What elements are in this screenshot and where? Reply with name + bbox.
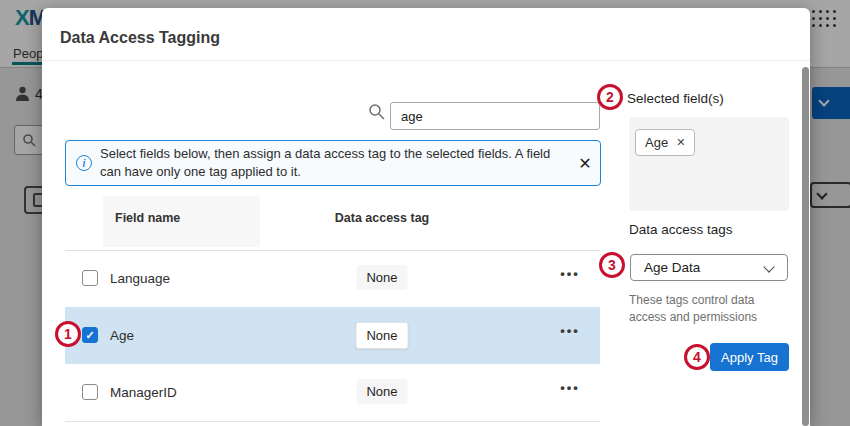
- row-checkbox-checked[interactable]: ✓: [82, 327, 98, 343]
- tags-help-text: These tags control data access and permi…: [629, 292, 791, 326]
- selected-field-chip: Age ✕: [635, 129, 695, 156]
- row-checkbox[interactable]: [82, 384, 98, 400]
- dialog-title: Data Access Tagging: [60, 29, 220, 47]
- row-checkbox[interactable]: [82, 270, 98, 286]
- annotation-step-2: 2: [597, 84, 623, 110]
- remove-chip-icon[interactable]: ✕: [676, 136, 685, 149]
- info-icon: i: [76, 155, 92, 171]
- row-menu-icon[interactable]: •••: [560, 266, 580, 281]
- info-banner-text: Select fields below, then assign a data …: [100, 145, 570, 180]
- data-access-tags-label: Data access tags: [629, 222, 733, 237]
- annotation-step-1: 1: [55, 321, 81, 347]
- chevron-down-icon: [763, 261, 774, 272]
- dialog-header: Data Access Tagging: [42, 8, 810, 61]
- search-icon: [368, 103, 385, 120]
- dialog-body: age i Select fields below, then assign a…: [42, 61, 810, 426]
- selected-fields-box: Age ✕: [629, 117, 789, 211]
- modal-scrollbar[interactable]: [802, 67, 809, 426]
- data-access-tag-select[interactable]: Age Data: [630, 254, 788, 281]
- table-bottom-divider: [65, 421, 600, 422]
- tag-badge: None: [356, 379, 407, 404]
- chip-label: Age: [645, 135, 668, 150]
- field-name-label: Age: [110, 328, 134, 343]
- table-row-language[interactable]: Language None •••: [65, 250, 600, 307]
- row-menu-icon[interactable]: •••: [560, 380, 580, 395]
- table-row-managerid[interactable]: ManagerID None •••: [65, 364, 600, 421]
- info-banner: i Select fields below, then assign a dat…: [65, 140, 601, 186]
- close-banner-icon[interactable]: ✕: [570, 154, 600, 173]
- selected-fields-label: Selected field(s): [627, 91, 724, 106]
- tag-badge: None: [356, 265, 407, 290]
- field-name-label: Language: [110, 271, 170, 286]
- annotation-step-3: 3: [599, 252, 625, 278]
- table-row-age-selected[interactable]: ✓ Age None •••: [65, 307, 600, 364]
- tag-badge: None: [355, 322, 408, 349]
- field-search-value: age: [401, 109, 423, 124]
- column-header-data-access-tag: Data access tag: [322, 211, 442, 225]
- field-name-label: ManagerID: [110, 385, 177, 400]
- apply-tag-button[interactable]: Apply Tag: [710, 343, 789, 371]
- field-search-input[interactable]: age: [390, 102, 600, 130]
- screen: XM Peop 4 Data Access Tagging: [0, 0, 850, 426]
- row-menu-icon[interactable]: •••: [560, 323, 580, 338]
- select-value: Age Data: [644, 260, 700, 275]
- annotation-step-4: 4: [684, 344, 710, 370]
- column-header-field-name: Field name: [115, 211, 180, 225]
